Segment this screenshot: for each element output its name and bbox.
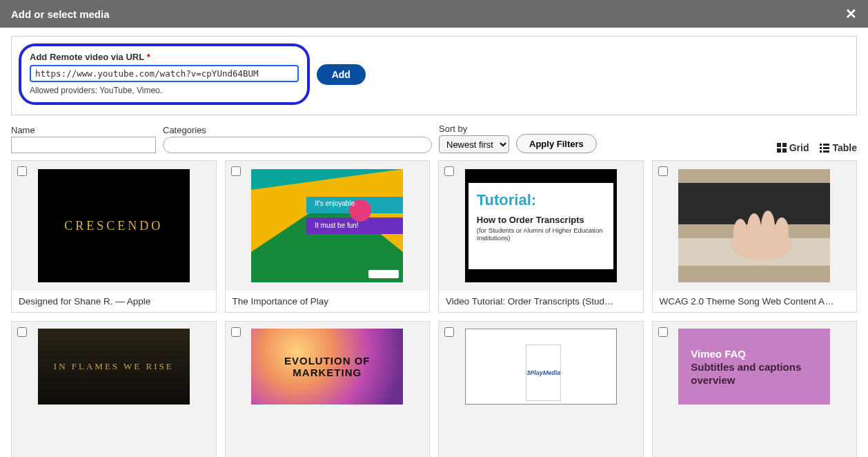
add-button[interactable]: Add [317, 64, 366, 85]
svg-rect-7 [823, 147, 829, 149]
media-item[interactable]: Vimeo FAQ Subtitles and captions overvie… [652, 321, 858, 457]
thumbnail-wrap [653, 161, 857, 291]
filter-sort-select[interactable]: Newest first [439, 135, 509, 153]
select-checkbox[interactable] [231, 166, 241, 176]
keyboard-hands-icon [678, 169, 830, 282]
select-checkbox[interactable] [658, 166, 668, 176]
grid-icon [777, 143, 787, 153]
site-pane: 3PlayMedia [526, 344, 561, 401]
view-grid-toggle[interactable]: Grid [777, 142, 809, 153]
view-toggle: Grid Table [777, 142, 857, 153]
svg-rect-5 [823, 144, 829, 146]
vimeo-heading: Vimeo FAQ [691, 348, 746, 360]
browser-body: 3PlayMedia [517, 342, 564, 404]
media-item[interactable]: 3PlayMedia [438, 321, 644, 457]
svg-rect-0 [777, 143, 781, 147]
thumbnail-line1: It's enjoyable [315, 200, 355, 207]
select-checkbox[interactable] [444, 327, 454, 337]
select-checkbox[interactable] [231, 327, 241, 337]
dialog-titlebar: Add or select media ✕ [0, 0, 868, 28]
select-checkbox[interactable] [17, 327, 27, 337]
remote-video-section: Add Remote video via URL * Allowed provi… [11, 36, 857, 115]
tutorial-inner: Tutorial: How to Order Transcripts (for … [468, 183, 613, 269]
media-item[interactable]: CRESCENDO Designed for Shane R. — Apple [11, 160, 217, 313]
thumbnail-wrap: IN FLAMES WE RISE [12, 322, 216, 410]
tutorial-sub2: (for Students or Alumni of Higher Educat… [477, 226, 605, 242]
filter-name-label: Name [11, 125, 156, 135]
thumbnail: IN FLAMES WE RISE [38, 329, 190, 405]
media-item-title: The Importance of Play [226, 291, 430, 312]
tutorial-sub1: How to Order Transcripts [477, 215, 605, 225]
svg-point-22 [761, 211, 775, 244]
thumbnail-wrap: Tutorial: How to Order Transcripts (for … [439, 161, 643, 291]
filter-sort-label: Sort by [439, 124, 509, 134]
filter-categories-input[interactable] [163, 137, 432, 153]
thumbnail: Tutorial: How to Order Transcripts (for … [465, 169, 617, 282]
select-checkbox[interactable] [444, 166, 454, 176]
svg-rect-1 [782, 143, 787, 147]
thumbnail-wrap: 3PlayMedia [439, 322, 643, 410]
apply-filters-button[interactable]: Apply Filters [516, 134, 597, 153]
svg-point-20 [733, 219, 747, 246]
dialog-title: Add or select media [11, 8, 110, 20]
filter-name: Name [11, 125, 156, 153]
thumbnail-text: IN FLAMES WE RISE [54, 361, 174, 372]
svg-rect-6 [820, 147, 822, 149]
filter-name-input[interactable] [11, 137, 156, 153]
media-dialog: Add or select media ✕ Add Remote video v… [0, 0, 868, 457]
svg-rect-8 [820, 150, 822, 153]
media-item[interactable]: It's enjoyable It must be fun! The Impor… [225, 160, 431, 313]
vimeo-sub: Subtitles and captions overview [691, 361, 818, 387]
media-item-title: Video Tutorial: Order Transcripts (Stud… [439, 291, 643, 312]
select-checkbox[interactable] [17, 166, 27, 176]
thumbnail: Vimeo FAQ Subtitles and captions overvie… [678, 329, 830, 405]
dialog-content: Add Remote video via URL * Allowed provi… [0, 28, 868, 457]
thumbnail: 3PlayMedia [465, 329, 617, 405]
svg-rect-15 [368, 270, 399, 278]
thumbnail-wrap: It's enjoyable It must be fun! [226, 161, 430, 291]
thumbnail-line2: It must be fun! [315, 222, 358, 229]
remote-url-label: Add Remote video via URL [30, 52, 144, 62]
svg-point-23 [775, 217, 789, 245]
thumbnail-text: EVOLUTION OF MARKETING [251, 355, 403, 378]
thumbnail: It's enjoyable It must be fun! [251, 169, 403, 282]
thumbnail-wrap: Vimeo FAQ Subtitles and captions overvie… [653, 322, 857, 410]
media-item-title: Designed for Shane R. — Apple [12, 291, 216, 312]
media-grid: CRESCENDO Designed for Shane R. — Apple [11, 160, 857, 457]
view-table-label: Table [832, 142, 857, 153]
filter-categories: Categories [163, 125, 432, 153]
media-item[interactable]: WCAG 2.0 Theme Song Web Content A… [652, 160, 858, 313]
svg-rect-9 [823, 150, 829, 153]
close-icon[interactable]: ✕ [845, 7, 857, 21]
svg-point-21 [747, 213, 761, 244]
remote-url-hint: Allowed providers: YouTube, Vimeo. [30, 86, 162, 95]
view-table-toggle[interactable]: Table [820, 142, 857, 153]
thumbnail: CRESCENDO [38, 169, 190, 282]
brand-text: 3PlayMedia [526, 369, 560, 376]
filter-categories-label: Categories [163, 125, 432, 135]
media-item[interactable]: IN FLAMES WE RISE [11, 321, 217, 457]
media-item[interactable]: Tutorial: How to Order Transcripts (for … [438, 160, 644, 313]
required-asterisk: * [147, 52, 150, 62]
thumbnail-text: CRESCENDO [64, 219, 163, 233]
svg-rect-4 [820, 144, 822, 146]
thumbnail [678, 169, 830, 282]
filters-row: Name Categories Sort by Newest first App… [11, 124, 857, 153]
tutorial-heading: Tutorial: [477, 191, 605, 209]
list-icon [820, 143, 829, 153]
thumbnail-wrap: EVOLUTION OF MARKETING [226, 322, 430, 410]
thumbnail-wrap: CRESCENDO [12, 161, 216, 291]
remote-video-highlight: Add Remote video via URL * Allowed provi… [19, 43, 310, 105]
thumbnail: EVOLUTION OF MARKETING [251, 329, 403, 405]
filter-sort: Sort by Newest first [439, 124, 509, 153]
media-item[interactable]: EVOLUTION OF MARKETING [225, 321, 431, 457]
svg-rect-2 [777, 148, 781, 153]
apply-filters-wrap: Apply Filters [516, 134, 597, 153]
select-checkbox[interactable] [658, 327, 668, 337]
media-item-title: WCAG 2.0 Theme Song Web Content A… [653, 291, 857, 312]
view-grid-label: Grid [789, 142, 809, 153]
remote-url-input[interactable] [30, 65, 299, 82]
svg-rect-3 [782, 148, 787, 153]
